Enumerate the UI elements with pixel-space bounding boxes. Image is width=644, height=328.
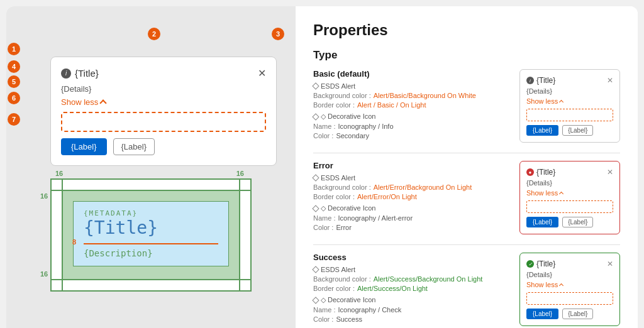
error-icon-row: ◇ Decorative Icon [313, 204, 507, 212]
mini-error-details: {Details} [526, 179, 613, 187]
success-icon-color-row: Color : Success [313, 315, 507, 323]
error-bg-row: Background color : Alert/Error/Backgroun… [313, 183, 507, 191]
mini-success-input[interactable] [526, 292, 613, 305]
mini-success-btn-row: {Label} {Label} [526, 309, 613, 319]
mini-success-btn-primary[interactable]: {Label} [526, 309, 558, 319]
mini-close-error[interactable]: ✕ [607, 168, 613, 177]
error-border-value: Alert/Error/On Light [357, 193, 417, 200]
badge-6: 6 [8, 92, 20, 104]
mini-success-show-less[interactable]: Show less [526, 281, 613, 288]
error-label: Error [313, 161, 507, 170]
layout-content: {METADATA} {Title} 8 {Description} [73, 201, 229, 266]
close-button[interactable]: ✕ [258, 67, 266, 79]
mini-card-success: ✓ {Title} ✕ {Details} Show less {Label} … [519, 253, 620, 326]
right-panel: Properties Type Basic (default) ESDS Ale… [296, 6, 638, 328]
esds-diamond-basic [312, 82, 319, 89]
success-bg-value: Alert/Success/Background On Light [374, 275, 483, 283]
properties-title: Properties [313, 21, 620, 39]
error-bg-value: Alert/Error/Background On Light [374, 183, 472, 191]
basic-section: Basic (default) ESDS Alert Background co… [313, 69, 620, 143]
mini-error-input[interactable] [526, 200, 613, 213]
mini-basic-title: {Title} [536, 76, 555, 85]
basic-border-value: Alert / Basic / On Light [357, 101, 426, 109]
error-border-label: Border color : [313, 193, 355, 200]
layout-title: {Title} [84, 217, 218, 238]
error-info: Error ESDS Alert Background color : Aler… [313, 161, 507, 234]
mini-success-icon: ✓ [526, 260, 534, 268]
orange-line-top [84, 243, 218, 244]
mini-error-show-less[interactable]: Show less [526, 189, 613, 197]
mini-basic-btn-row: {Label} {Label} [526, 125, 613, 136]
badge-2: 2 [148, 28, 160, 40]
mini-basic-input[interactable] [526, 109, 613, 121]
basic-esds-row: ESDS Alert [313, 82, 507, 90]
error-icon-section: ◇ Decorative Icon Name : Iconography / A… [313, 204, 507, 231]
basic-label: Basic (default) [313, 69, 507, 79]
divider-1 [313, 153, 620, 153]
mini-error-icon: ● [526, 168, 534, 176]
mini-chevron-error [559, 191, 564, 195]
mini-chevron-success [559, 283, 564, 287]
metadata-label: {METADATA} [84, 209, 218, 217]
dim-8-label: 8 [72, 238, 76, 246]
basic-icon-diamond [312, 113, 319, 120]
mini-card-basic-header: i {Title} ✕ [526, 76, 613, 85]
layout-diagram: 16 16 16 16 {METADATA} {Title} 8 {Descri… [50, 178, 252, 292]
mini-error-show-less-label: Show less [526, 189, 558, 197]
mini-error-btn-primary[interactable]: {Label} [526, 217, 558, 227]
info-icon: i [61, 68, 71, 79]
mini-close-success[interactable]: ✕ [607, 260, 613, 268]
badge-3: 3 [272, 28, 284, 40]
badge-4: 4 [8, 60, 20, 73]
success-border-label: Border color : [313, 285, 355, 292]
text-input-area[interactable] [61, 112, 266, 132]
error-icon-label: ◇ Decorative Icon [321, 204, 375, 212]
divider-2 [313, 244, 620, 245]
mini-error-title: {Title} [536, 168, 555, 177]
mini-card-error-header: ● {Title} ✕ [526, 168, 613, 177]
success-label: Success [313, 253, 507, 262]
mini-info-icon-basic: i [526, 77, 534, 84]
basic-icon-color-row: Color : Secondary [313, 132, 507, 139]
primary-button[interactable]: {Label} [61, 138, 107, 155]
error-bg-label: Background color : [313, 183, 371, 191]
success-icon-name-row: Name : Iconography / Check [313, 306, 507, 314]
basic-bg-label: Background color : [313, 92, 371, 99]
mini-basic-show-less-label: Show less [526, 97, 558, 105]
type-section-title: Type [313, 49, 620, 62]
mini-error-btn-row: {Label} {Label} [526, 217, 613, 227]
mini-basic-show-less[interactable]: Show less [526, 97, 613, 105]
mini-close-basic[interactable]: ✕ [607, 76, 613, 85]
mini-card-basic: i {Title} ✕ {Details} Show less {Label} … [519, 69, 620, 143]
basic-icon-label: ◇ Decorative Icon [321, 112, 375, 121]
component-buttons: {Label} {Label} [61, 138, 266, 155]
basic-icon-name-row: Name : Iconography / Info [313, 123, 507, 130]
component-header: i {Title} ✕ [61, 67, 266, 79]
success-icon-name-label: Name : [313, 306, 335, 314]
mini-basic-btn-primary[interactable]: {Label} [526, 125, 558, 136]
basic-bg-row: Background color : Alert/Basic/Backgroun… [313, 92, 507, 99]
component-title: {Title} [75, 68, 99, 79]
mini-success-btn-label: {Label} [562, 309, 593, 319]
show-less-label: Show less [61, 97, 98, 107]
mini-card-success-header: ✓ {Title} ✕ [526, 260, 613, 268]
error-section: Error ESDS Alert Background color : Aler… [313, 161, 620, 234]
badge-5: 5 [8, 75, 20, 88]
chevron-up-icon [100, 99, 107, 106]
success-icon-label: ◇ Decorative Icon [321, 296, 375, 304]
basic-icon-color-value: Secondary [336, 132, 369, 139]
esds-diamond-error [312, 174, 319, 181]
error-icon-diamond [312, 205, 319, 212]
error-icon-color-row: Color : Error [313, 224, 507, 231]
basic-icon-section: ◇ Decorative Icon Name : Iconography / I… [313, 112, 507, 139]
mini-success-title: {Title} [536, 260, 555, 268]
component-preview: i {Title} ✕ {Details} Show less {Label} … [50, 57, 277, 166]
basic-row: Basic (default) ESDS Alert Background co… [313, 69, 620, 143]
desc-label: {Description} [84, 248, 218, 258]
error-border-row: Border color : Alert/Error/On Light [313, 193, 507, 200]
show-less-link[interactable]: Show less [61, 97, 266, 107]
component-title-row: i {Title} [61, 68, 99, 79]
dim-16-right: 16 [236, 170, 244, 177]
mini-success-show-less-label: Show less [526, 281, 558, 288]
mini-success-details: {Details} [526, 271, 613, 278]
